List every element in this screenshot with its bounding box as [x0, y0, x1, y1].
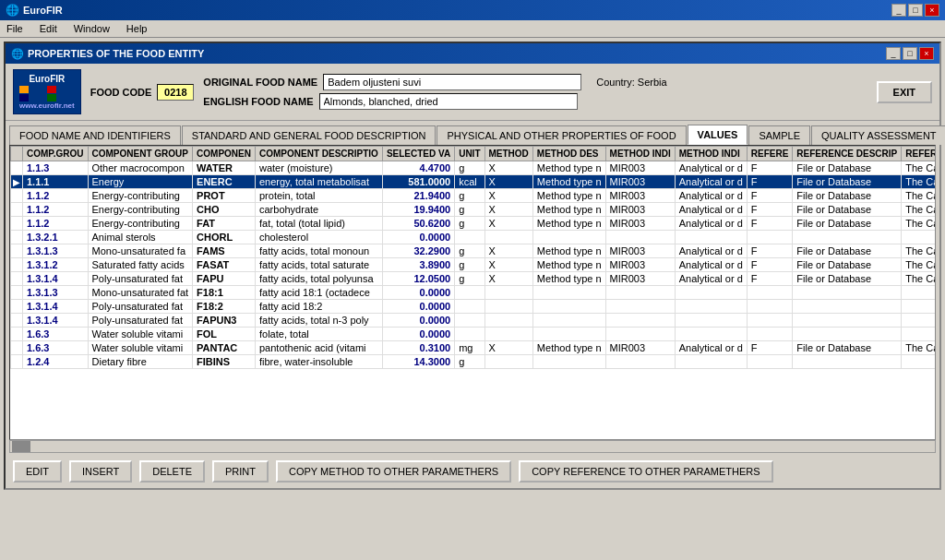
col-method-indi2[interactable]: METHOD INDI	[675, 147, 747, 161]
col-comp-group[interactable]: COMP.GROU	[23, 147, 89, 161]
row-arrow	[11, 314, 23, 328]
app-icon: 🌐	[6, 4, 19, 17]
cell-ref-descrip	[793, 286, 902, 300]
tab-physical[interactable]: PHYSICAL AND OTHER PROPERTIES OF FOOD	[437, 125, 686, 145]
col-ref-descrip[interactable]: REFERENCE DESCRIP	[793, 147, 902, 161]
table-row[interactable]: 1.1.3 Other macrocompon WATER water (moi…	[11, 161, 937, 175]
col-unit[interactable]: UNIT	[455, 147, 484, 161]
table-row[interactable]: ▶ 1.1.1 Energy ENERC energy, total metab…	[11, 175, 937, 189]
close-button[interactable]: ×	[925, 4, 939, 17]
sub-minimize-button[interactable]: _	[886, 47, 901, 60]
table-row[interactable]: 1.1.2 Energy-contributing PROT protein, …	[11, 189, 937, 203]
table-row[interactable]: 1.3.1.4 Poly-unsaturated fat FAPU fatty …	[11, 272, 937, 286]
cell-method: X	[484, 189, 532, 203]
cell-method-indi1	[605, 328, 675, 341]
cell-method-indi2: Analytical or d	[675, 272, 747, 286]
tab-quality[interactable]: QUALITY ASSESSMENT	[811, 125, 945, 145]
exit-button[interactable]: EXIT	[877, 81, 932, 103]
cell-ref-title	[902, 231, 936, 244]
cell-method-indi1	[605, 286, 675, 300]
col-component-group[interactable]: COMPONENT GROUP	[88, 147, 193, 161]
cell-component-group: Energy-contributing	[88, 203, 193, 217]
col-component[interactable]: COMPONEN	[193, 147, 256, 161]
table-row[interactable]: 1.1.2 Energy-contributing CHO carbohydra…	[11, 203, 937, 217]
cell-ref-title	[902, 300, 936, 314]
cell-component-group: Poly-unsaturated fat	[88, 314, 193, 328]
cell-ref: F	[747, 175, 793, 189]
tab-food-name[interactable]: FOOD NAME AND IDENTIFIERS	[9, 125, 181, 145]
row-arrow	[11, 286, 23, 300]
cell-value: 32.2900	[382, 244, 454, 258]
cell-unit	[455, 314, 484, 328]
values-table-container[interactable]: COMP.GROU COMPONENT GROUP COMPONEN COMPO…	[9, 145, 936, 440]
cell-value: 581.0000	[382, 175, 454, 189]
delete-button[interactable]: DELETE	[139, 460, 205, 483]
menu-bar: File Edit Window Help	[0, 20, 945, 38]
cell-method-des	[532, 355, 605, 369]
insert-button[interactable]: INSERT	[69, 460, 132, 483]
menu-file[interactable]: File	[4, 22, 26, 35]
cell-component: PANTAC	[193, 341, 256, 355]
tab-standard[interactable]: STANDARD AND GENERAL FOOD DESCRIPTION	[182, 125, 437, 145]
menu-window[interactable]: Window	[71, 22, 113, 35]
cell-method-indi1: MIR003	[605, 244, 675, 258]
cell-method-indi1: MIR003	[605, 217, 675, 231]
cell-unit: g	[455, 258, 484, 272]
col-method-des[interactable]: METHOD DES	[532, 147, 605, 161]
country-label: Country: Serbia	[596, 77, 666, 88]
table-row[interactable]: 1.3.2.1 Animal sterols CHORL cholesterol…	[11, 231, 937, 244]
cell-method-des: Method type n	[532, 189, 605, 203]
table-row[interactable]: 1.3.1.3 Mono-unsaturated fa FAMS fatty a…	[11, 244, 937, 258]
cell-method: X	[484, 258, 532, 272]
table-row[interactable]: 1.3.1.3 Mono-unsaturated fat F18:1 fatty…	[11, 286, 937, 300]
table-row[interactable]: 1.1.2 Energy-contributing FAT fat, total…	[11, 217, 937, 231]
cell-component: FOL	[193, 328, 256, 341]
cell-comp-group: 1.1.2	[23, 217, 89, 231]
table-row[interactable]: 1.6.3 Water soluble vitami PANTAC pantot…	[11, 341, 937, 355]
maximize-button[interactable]: □	[908, 4, 923, 17]
print-button[interactable]: PRINT	[212, 460, 269, 483]
cell-unit: g	[455, 217, 484, 231]
col-selected-val[interactable]: SELECTED VA	[382, 147, 454, 161]
menu-edit[interactable]: Edit	[37, 22, 60, 35]
values-table: COMP.GROU COMPONENT GROUP COMPONEN COMPO…	[10, 146, 936, 369]
table-row[interactable]: 1.3.1.4 Poly-unsaturated fat F18:2 fatty…	[11, 300, 937, 314]
cell-ref-title: The Canadian Nutrien	[902, 341, 936, 355]
cell-ref	[747, 328, 793, 341]
cell-component-group: Water soluble vitami	[88, 328, 193, 341]
english-name-input[interactable]	[319, 93, 578, 110]
edit-button[interactable]: EDIT	[13, 460, 62, 483]
cell-ref-title: The Canadian Nutrien	[902, 189, 936, 203]
cell-value: 14.3000	[382, 355, 454, 369]
cell-ref-descrip: File or Database	[793, 272, 902, 286]
cell-ref	[747, 314, 793, 328]
col-method[interactable]: METHOD	[484, 147, 532, 161]
menu-help[interactable]: Help	[124, 22, 150, 35]
table-row[interactable]: 1.3.1.4 Poly-unsaturated fat FAPUN3 fatt…	[11, 314, 937, 328]
table-row[interactable]: 1.2.4 Dietary fibre FIBINS fibre, water-…	[11, 355, 937, 369]
cell-method-indi2: Analytical or d	[675, 244, 747, 258]
copy-method-button[interactable]: COPY METHOD TO OTHER PARAMETHERS	[276, 460, 511, 483]
cell-ref-descrip: File or Database	[793, 258, 902, 272]
sub-maximize-button[interactable]: □	[903, 47, 917, 60]
tab-values[interactable]: VALUES	[688, 125, 748, 145]
original-name-input[interactable]	[323, 74, 581, 90]
cell-component-group: Mono-unsaturated fa	[88, 244, 193, 258]
table-row[interactable]: 1.6.3 Water soluble vitami FOL folate, t…	[11, 328, 937, 341]
tab-sample[interactable]: SAMPLE	[748, 125, 810, 145]
col-description[interactable]: COMPONENT DESCRIPTIO	[255, 147, 382, 161]
cell-component-group: Energy-contributing	[88, 217, 193, 231]
cell-method-indi2: Analytical or d	[675, 203, 747, 217]
copy-reference-button[interactable]: COPY REFERENCE TO OTHER PARAMETHERS	[519, 460, 772, 483]
h-scroll-thumb[interactable]	[12, 441, 30, 452]
col-ref-title[interactable]: REFERENCE TITLE	[902, 147, 936, 161]
col-refere[interactable]: REFERE	[747, 147, 793, 161]
minimize-button[interactable]: _	[891, 4, 906, 17]
sub-close-button[interactable]: ×	[919, 47, 934, 60]
row-arrow	[11, 328, 23, 341]
row-arrow: ▶	[11, 175, 23, 189]
col-method-indi1[interactable]: METHOD INDI	[605, 147, 675, 161]
cell-value: 12.0500	[382, 272, 454, 286]
table-row[interactable]: 1.3.1.2 Saturated fatty acids FASAT fatt…	[11, 258, 937, 272]
cell-component-group: Energy-contributing	[88, 189, 193, 203]
